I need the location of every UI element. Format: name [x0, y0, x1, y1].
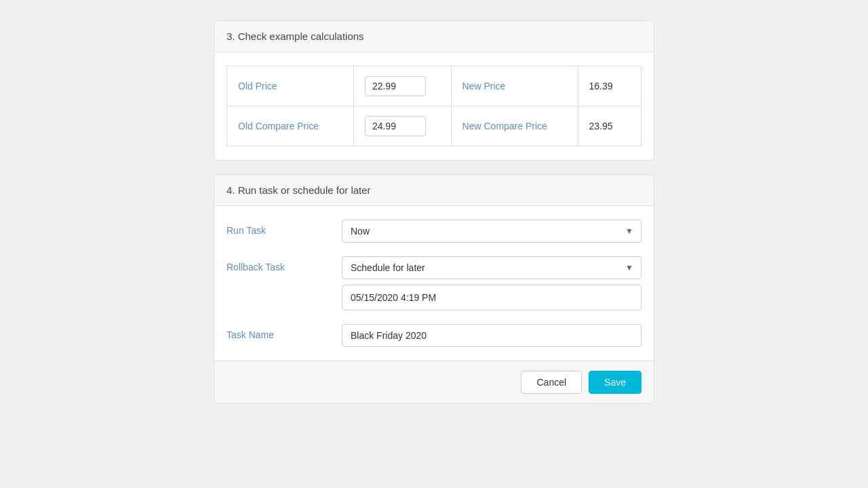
section4-card: 4. Run task or schedule for later Run Ta… — [214, 174, 654, 404]
schedule-date-input[interactable] — [348, 288, 635, 307]
old-compare-price-input-cell — [353, 106, 451, 146]
card-footer: Cancel Save — [214, 361, 654, 403]
rollback-task-select[interactable]: Schedule for later Now — [342, 256, 642, 279]
rollback-task-control: Schedule for later Now ▼ — [342, 256, 642, 310]
old-price-input[interactable] — [365, 76, 426, 96]
section4-title: 4. Run task or schedule for later — [226, 184, 371, 196]
task-name-control — [342, 324, 642, 347]
section3-header: 3. Check example calculations — [214, 21, 654, 52]
new-price-value: 16.39 — [578, 66, 642, 106]
section4-header: 4. Run task or schedule for later — [214, 175, 654, 206]
rollback-task-label: Rollback Task — [226, 256, 342, 272]
new-compare-price-value: 23.95 — [578, 106, 642, 146]
section3-title: 3. Check example calculations — [226, 30, 364, 42]
rollback-task-row: Rollback Task Schedule for later Now ▼ — [226, 256, 642, 310]
run-task-row: Run Task Now Later ▼ — [226, 220, 642, 243]
task-name-input[interactable] — [342, 324, 642, 347]
new-compare-price-label: New Compare Price — [451, 106, 578, 146]
table-row: Old Compare Price New Compare Price 23.9… — [227, 106, 642, 146]
page-container: 3. Check example calculations Old Price … — [214, 14, 654, 404]
section4-body: Run Task Now Later ▼ Rollback Task — [214, 206, 654, 361]
old-compare-price-input[interactable] — [365, 116, 426, 136]
old-price-label: Old Price — [227, 66, 354, 106]
old-compare-price-label: Old Compare Price — [227, 106, 354, 146]
task-name-label: Task Name — [226, 324, 342, 340]
table-row: Old Price New Price 16.39 — [227, 66, 642, 106]
run-task-select[interactable]: Now Later — [342, 220, 642, 243]
rollback-task-select-wrapper: Schedule for later Now ▼ — [342, 256, 642, 279]
run-task-label: Run Task — [226, 220, 342, 236]
run-task-select-wrapper: Now Later ▼ — [342, 220, 642, 243]
section3-card: 3. Check example calculations Old Price … — [214, 20, 654, 161]
section3-body: Old Price New Price 16.39 Old Compare Pr… — [214, 52, 654, 160]
calc-table: Old Price New Price 16.39 Old Compare Pr… — [226, 66, 642, 146]
save-button[interactable]: Save — [589, 371, 642, 394]
task-name-row: Task Name — [226, 324, 642, 347]
new-price-label: New Price — [451, 66, 578, 106]
cancel-button[interactable]: Cancel — [521, 371, 582, 394]
old-price-input-cell — [353, 66, 451, 106]
date-input-wrapper — [342, 285, 642, 310]
run-task-control: Now Later ▼ — [342, 220, 642, 243]
